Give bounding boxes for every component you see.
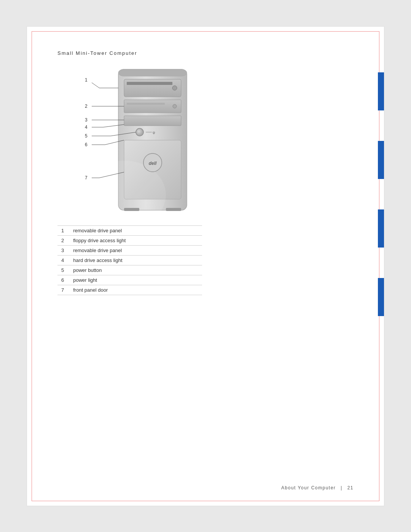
section-title-area: Small Mini-Tower Computer bbox=[57, 50, 354, 56]
page: Small Mini-Tower Computer bbox=[27, 26, 384, 506]
section-title: Small Mini-Tower Computer bbox=[57, 50, 137, 56]
part-number: 5 bbox=[57, 265, 69, 275]
part-label: front panel door bbox=[69, 285, 202, 295]
footer-separator: | bbox=[341, 485, 342, 490]
svg-line-20 bbox=[92, 83, 99, 88]
footer-page-number: 21 bbox=[347, 485, 354, 490]
table-row: 3 removable drive panel bbox=[57, 245, 202, 255]
table-row: 6 power light bbox=[57, 275, 202, 285]
right-tab-1 bbox=[378, 72, 384, 110]
svg-rect-17 bbox=[124, 208, 139, 211]
table-row: 7 front panel door bbox=[57, 285, 202, 295]
right-tabs-container bbox=[378, 27, 384, 506]
part-label: removable drive panel bbox=[69, 225, 202, 235]
right-tab-2 bbox=[378, 141, 384, 179]
svg-point-4 bbox=[172, 86, 177, 90]
part-number: 7 bbox=[57, 285, 69, 295]
parts-table: 1 removable drive panel 2 floppy drive a… bbox=[57, 225, 202, 295]
footer-text: About Your Computer bbox=[281, 485, 336, 490]
computer-diagram: ψ dell 1 2 3 bbox=[57, 66, 248, 222]
svg-rect-1 bbox=[118, 69, 187, 76]
svg-rect-3 bbox=[127, 82, 172, 85]
svg-text:6: 6 bbox=[85, 142, 88, 147]
part-label: power button bbox=[69, 265, 202, 275]
part-number: 6 bbox=[57, 275, 69, 285]
part-label: floppy drive access light bbox=[69, 235, 202, 245]
table-row: 5 power button bbox=[57, 265, 202, 275]
svg-rect-6 bbox=[127, 103, 165, 105]
svg-text:4: 4 bbox=[85, 125, 88, 130]
svg-point-9 bbox=[136, 128, 143, 136]
svg-text:7: 7 bbox=[85, 175, 88, 181]
svg-rect-18 bbox=[166, 208, 181, 211]
part-number: 3 bbox=[57, 245, 69, 255]
svg-point-7 bbox=[173, 104, 177, 108]
part-number: 1 bbox=[57, 225, 69, 235]
svg-rect-8 bbox=[124, 116, 181, 126]
svg-text:ψ: ψ bbox=[153, 131, 155, 134]
svg-text:1: 1 bbox=[85, 77, 88, 83]
svg-text:5: 5 bbox=[85, 133, 88, 139]
footer: About Your Computer | 21 bbox=[281, 485, 354, 490]
part-label: removable drive panel bbox=[69, 245, 202, 255]
right-tab-3 bbox=[378, 209, 384, 248]
table-row: 4 hard drive access light bbox=[57, 255, 202, 265]
part-label: hard drive access light bbox=[69, 255, 202, 265]
table-row: 1 removable drive panel bbox=[57, 225, 202, 235]
diagram-container: ψ dell 1 2 3 bbox=[57, 66, 248, 222]
part-label: power light bbox=[69, 275, 202, 285]
part-number: 2 bbox=[57, 235, 69, 245]
svg-text:dell: dell bbox=[149, 161, 157, 166]
table-row: 2 floppy drive access light bbox=[57, 235, 202, 245]
parts-table-container: 1 removable drive panel 2 floppy drive a… bbox=[57, 225, 354, 295]
part-number: 4 bbox=[57, 255, 69, 265]
svg-text:3: 3 bbox=[85, 117, 88, 123]
right-tab-4 bbox=[378, 278, 384, 316]
svg-text:2: 2 bbox=[85, 104, 88, 109]
